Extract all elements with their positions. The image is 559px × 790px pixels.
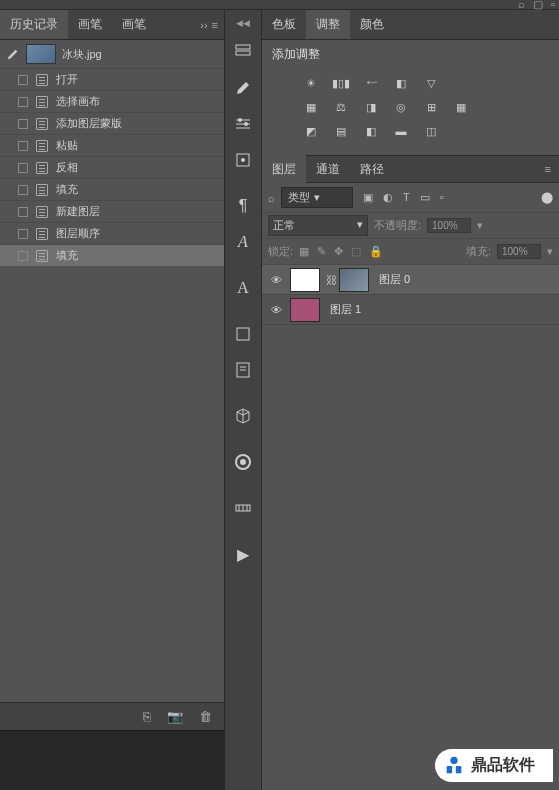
filter-shape-icon[interactable]: ▭ — [420, 191, 430, 204]
paragraph-icon[interactable]: ¶ — [227, 190, 259, 222]
notes-icon[interactable] — [227, 354, 259, 386]
lock-pixels-icon[interactable]: ✎ — [317, 245, 326, 258]
tab-paths[interactable]: 路径 — [350, 155, 394, 184]
link-icon[interactable]: ⛓ — [326, 274, 337, 286]
brightness-icon[interactable]: ☀ — [302, 75, 320, 91]
color-balance-icon[interactable]: ⚖ — [332, 99, 350, 115]
hue-icon[interactable]: ▦ — [302, 99, 320, 115]
blend-mode-select[interactable]: 正常▾ — [268, 215, 368, 236]
tab-layers[interactable]: 图层 — [262, 155, 306, 184]
actions-icon[interactable] — [227, 36, 259, 68]
character-styles-icon[interactable]: A — [227, 272, 259, 304]
levels-icon[interactable]: ▮▯▮ — [332, 75, 350, 91]
mask-thumbnail[interactable] — [339, 268, 369, 292]
sliders-icon[interactable] — [227, 108, 259, 140]
layer-row[interactable]: 👁 图层 1 — [262, 295, 559, 325]
visibility-icon[interactable]: 👁 — [262, 274, 290, 286]
fill-input[interactable]: 100% — [497, 244, 541, 259]
tab-color[interactable]: 颜色 — [350, 10, 394, 39]
timeline-icon[interactable]: ▶ — [227, 538, 259, 570]
camera-icon[interactable]: 📷 — [167, 709, 183, 724]
screen-icon[interactable]: ▢ — [533, 0, 543, 11]
arrange-icon[interactable]: ▫ — [551, 0, 555, 11]
tab-channels[interactable]: 通道 — [306, 155, 350, 184]
fill-dropdown-icon[interactable]: ▾ — [547, 245, 553, 258]
history-item[interactable]: 反相 — [0, 156, 224, 178]
search-icon[interactable]: ⌕ — [518, 0, 525, 11]
filter-toggle-icon[interactable]: ⬤ — [541, 191, 553, 204]
history-label: 添加图层蒙版 — [56, 116, 122, 131]
tab-adjustments[interactable]: 调整 — [306, 10, 350, 39]
visibility-icon[interactable]: 👁 — [262, 304, 290, 316]
vibrance-icon[interactable]: ▽ — [422, 75, 440, 91]
expand-icon[interactable]: ›› — [200, 19, 207, 31]
selective-color-icon[interactable]: ◫ — [422, 123, 440, 139]
new-document-icon[interactable]: ⎘ — [143, 709, 151, 724]
step-icon — [36, 206, 48, 218]
blend-mode-row: 正常▾ 不透明度: 100% ▾ — [262, 213, 559, 239]
filter-adjust-icon[interactable]: ◐ — [383, 191, 393, 204]
layer-thumbnail[interactable] — [290, 268, 320, 292]
lock-position-icon[interactable]: ✥ — [334, 245, 343, 258]
invert-icon[interactable]: ◩ — [302, 123, 320, 139]
3d-icon[interactable] — [227, 400, 259, 432]
history-item[interactable]: 打开 — [0, 68, 224, 90]
state-checkbox[interactable] — [18, 185, 28, 195]
layer-thumbnail[interactable] — [290, 298, 320, 322]
collapse-icon[interactable]: ◀◀ — [236, 18, 250, 28]
layer-comps-icon[interactable] — [227, 318, 259, 350]
tab-swatches[interactable]: 色板 — [262, 10, 306, 39]
trash-icon[interactable]: 🗑 — [199, 709, 212, 724]
history-item[interactable]: 填充 — [0, 178, 224, 200]
properties-icon[interactable] — [227, 144, 259, 176]
layer-row[interactable]: 👁 ⛓ 图层 0 — [262, 265, 559, 295]
measurement-icon[interactable] — [227, 492, 259, 524]
history-item[interactable]: 新建图层 — [0, 200, 224, 222]
character-icon[interactable]: A — [227, 226, 259, 258]
filter-pixel-icon[interactable]: ▣ — [363, 191, 373, 204]
curves-icon[interactable]: ⬳ — [362, 75, 380, 91]
libraries-icon[interactable] — [227, 446, 259, 478]
filter-type-select[interactable]: 类型▾ — [281, 187, 353, 208]
state-checkbox[interactable] — [18, 207, 28, 217]
state-checkbox[interactable] — [18, 163, 28, 173]
filter-smart-icon[interactable]: ▫ — [440, 191, 444, 204]
photo-filter-icon[interactable]: ◎ — [392, 99, 410, 115]
panel-menu-icon[interactable]: ≡ — [545, 163, 559, 175]
search-icon[interactable]: ⌕ — [268, 192, 275, 204]
posterize-icon[interactable]: ▤ — [332, 123, 350, 139]
adjustments-title: 添加调整 — [272, 46, 549, 63]
opacity-input[interactable]: 100% — [427, 218, 471, 233]
channel-mixer-icon[interactable]: ⊞ — [422, 99, 440, 115]
history-item[interactable]: 粘贴 — [0, 134, 224, 156]
tab-history[interactable]: 历史记录 — [0, 10, 68, 39]
threshold-icon[interactable]: ◧ — [362, 123, 380, 139]
panel-menu-icon[interactable]: ≡ — [212, 19, 218, 31]
color-lookup-icon[interactable]: ▦ — [452, 99, 470, 115]
state-checkbox[interactable] — [18, 251, 28, 261]
lock-all-icon[interactable]: 🔒 — [369, 245, 383, 258]
exposure-icon[interactable]: ◧ — [392, 75, 410, 91]
state-checkbox[interactable] — [18, 75, 28, 85]
history-item[interactable]: 选择画布 — [0, 90, 224, 112]
opacity-dropdown-icon[interactable]: ▾ — [477, 219, 483, 232]
lock-artboard-icon[interactable]: ⬚ — [351, 245, 361, 258]
tab-brush-preset[interactable]: 画笔 — [68, 10, 112, 39]
svg-rect-6 — [237, 328, 249, 340]
state-checkbox[interactable] — [18, 229, 28, 239]
filter-type-icon[interactable]: T — [403, 191, 410, 204]
history-item[interactable]: 填充 — [0, 244, 224, 266]
gradient-map-icon[interactable]: ▬ — [392, 123, 410, 139]
history-snapshot[interactable]: 冰块.jpg — [0, 40, 224, 68]
tab-brush[interactable]: 画笔 — [112, 10, 156, 39]
bw-icon[interactable]: ◨ — [362, 99, 380, 115]
history-item[interactable]: 图层顺序 — [0, 222, 224, 244]
lock-transparency-icon[interactable]: ▦ — [299, 245, 309, 258]
state-checkbox[interactable] — [18, 141, 28, 151]
brush-settings-icon[interactable] — [227, 72, 259, 104]
state-checkbox[interactable] — [18, 97, 28, 107]
history-item[interactable]: 添加图层蒙版 — [0, 112, 224, 134]
layer-name[interactable]: 图层 0 — [379, 272, 410, 287]
layer-name[interactable]: 图层 1 — [330, 302, 361, 317]
state-checkbox[interactable] — [18, 119, 28, 129]
